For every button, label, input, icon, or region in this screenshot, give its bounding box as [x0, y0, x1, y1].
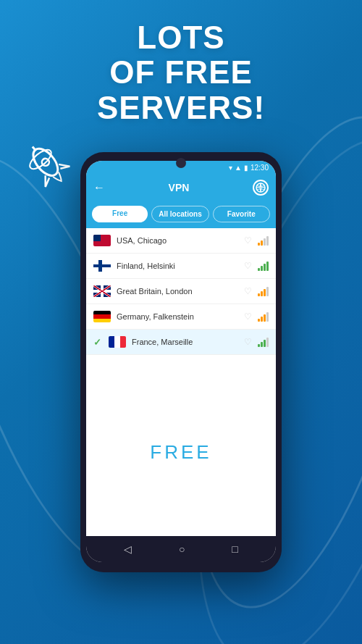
time-display: 12:30 — [251, 164, 269, 172]
svg-line-7 — [93, 285, 111, 297]
app-bar: ← VPN — [86, 174, 276, 201]
server-name-finland: Finland, Helsinki — [117, 262, 238, 270]
signal-gb — [258, 286, 269, 296]
favorite-icon-france[interactable]: ♡ — [244, 337, 252, 347]
bar1 — [258, 319, 260, 322]
bar4 — [266, 262, 269, 271]
bar2 — [261, 342, 263, 347]
svg-rect-11 — [101, 285, 103, 297]
bar1 — [258, 344, 260, 347]
server-item-gb[interactable]: Great Britain, London ♡ — [86, 279, 276, 304]
server-list: USA, Chicago ♡ Finland, Helsinki ♡ — [86, 228, 276, 369]
favorite-icon-gb[interactable]: ♡ — [244, 286, 252, 296]
bar3 — [264, 264, 266, 271]
svg-line-8 — [93, 285, 111, 297]
signal-icon: ▲ — [235, 164, 242, 172]
tab-all-locations[interactable]: All locations — [151, 206, 209, 222]
server-item-finland[interactable]: Finland, Helsinki ♡ — [86, 254, 276, 279]
svg-line-5 — [93, 285, 111, 297]
bar2 — [261, 241, 263, 246]
favorite-icon-finland[interactable]: ♡ — [244, 261, 252, 271]
svg-rect-12 — [93, 290, 111, 292]
server-item-france[interactable]: ✓ France, Marseille ♡ — [86, 330, 276, 355]
svg-line-6 — [93, 285, 111, 297]
bar1 — [258, 243, 260, 246]
bar1 — [258, 293, 260, 296]
free-section: FREE — [86, 369, 276, 537]
nav-bar: ◁ ○ □ — [86, 536, 276, 562]
bar3 — [264, 238, 266, 246]
bar4 — [266, 312, 269, 322]
server-name-france: France, Marseille — [132, 338, 238, 346]
globe-icon[interactable] — [253, 180, 269, 196]
tab-bar: Free All locations Favorite — [86, 201, 276, 228]
server-item-germany[interactable]: Germany, Falkenstein ♡ — [86, 304, 276, 330]
svg-rect-4 — [93, 285, 111, 297]
server-name-germany: Germany, Falkenstein — [117, 312, 238, 321]
server-item-usa[interactable]: USA, Chicago ♡ — [86, 228, 276, 254]
bar4 — [266, 338, 269, 347]
flag-finland — [93, 260, 111, 272]
bar3 — [264, 314, 266, 322]
phone-screen: ▾ ▲ ▮ 12:30 ← VPN Fre — [86, 161, 276, 562]
free-label: FREE — [150, 441, 211, 464]
bar1 — [258, 268, 260, 271]
signal-usa — [258, 235, 269, 246]
bar3 — [264, 340, 266, 347]
phone-frame: ▾ ▲ ▮ 12:30 ← VPN Fre — [80, 152, 282, 572]
back-button[interactable]: ← — [93, 181, 105, 194]
signal-finland — [258, 261, 269, 271]
favorite-icon-usa[interactable]: ♡ — [244, 235, 252, 246]
bar3 — [264, 289, 266, 296]
tab-favorite[interactable]: Favorite — [213, 206, 270, 222]
nav-recent-button[interactable]: □ — [232, 543, 237, 555]
svg-rect-9 — [101, 285, 104, 297]
headline: Lots of free servers! — [0, 20, 362, 125]
selected-checkmark: ✓ — [93, 337, 101, 348]
bar2 — [261, 266, 263, 271]
bar2 — [261, 317, 263, 322]
svg-rect-10 — [93, 290, 111, 293]
wifi-icon: ▾ — [229, 164, 232, 172]
rocket-icon — [20, 138, 78, 196]
flag-gb — [93, 285, 111, 297]
status-icons: ▾ ▲ ▮ 12:30 — [229, 164, 269, 172]
bar4 — [266, 287, 269, 296]
nav-back-button[interactable]: ◁ — [124, 543, 132, 555]
signal-germany — [258, 311, 269, 322]
app-title: VPN — [169, 182, 190, 193]
tab-free[interactable]: Free — [92, 206, 148, 222]
bar4 — [266, 236, 269, 246]
server-name-usa: USA, Chicago — [117, 236, 238, 245]
header-section: Lots of free servers! — [0, 20, 362, 125]
flag-usa — [93, 235, 111, 246]
battery-icon: ▮ — [244, 164, 248, 172]
flag-france — [109, 336, 126, 348]
server-name-gb: Great Britain, London — [117, 287, 238, 296]
camera-notch — [176, 158, 186, 168]
bar2 — [261, 291, 263, 296]
flag-germany — [93, 311, 111, 322]
nav-home-button[interactable]: ○ — [179, 543, 185, 555]
favorite-icon-germany[interactable]: ♡ — [244, 311, 252, 322]
signal-france — [258, 337, 269, 347]
